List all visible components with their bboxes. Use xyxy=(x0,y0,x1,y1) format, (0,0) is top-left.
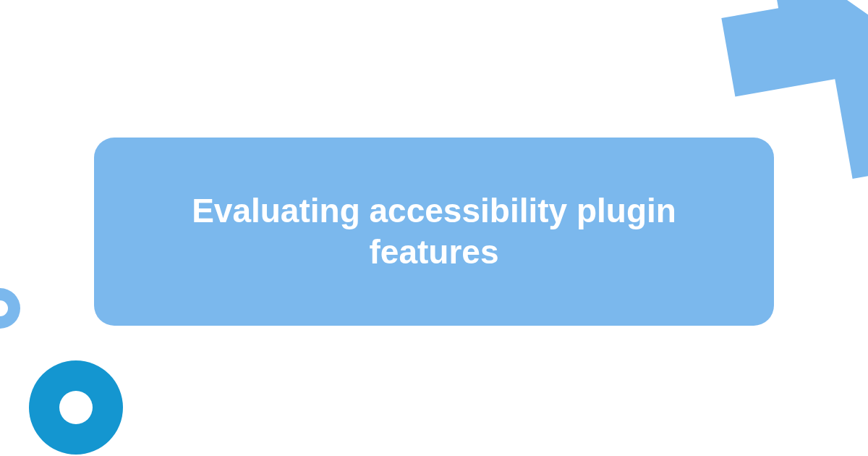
page-title: Evaluating accessibility plugin features xyxy=(137,190,731,274)
decorative-ring-large xyxy=(29,360,123,455)
title-card: Evaluating accessibility plugin features xyxy=(94,138,774,326)
decorative-ring-small xyxy=(0,288,20,329)
